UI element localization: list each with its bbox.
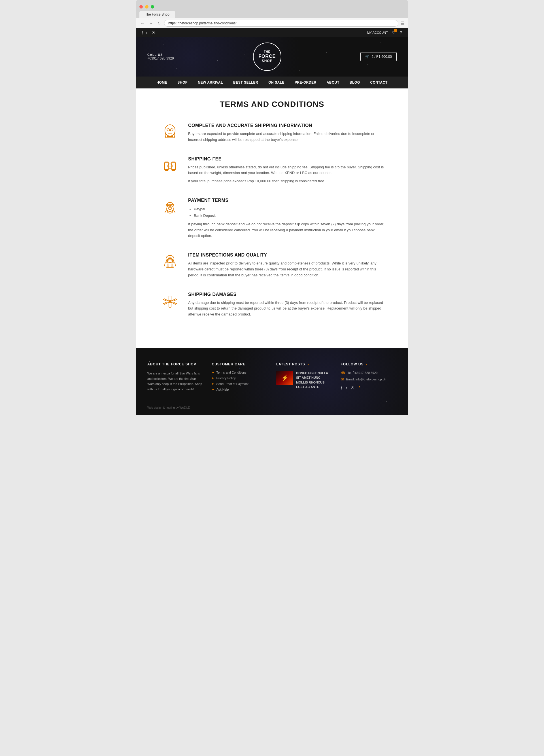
my-account-link[interactable]: MY ACCOUNT [367, 31, 388, 34]
forward-button[interactable]: → [148, 20, 154, 26]
svg-line-16 [174, 210, 175, 213]
footer-post-image: ⚡ [276, 371, 293, 385]
logo-shop: SHOP [262, 59, 272, 63]
site-header: CALL US +63917 620 3929 THE FORCE SHOP 🛒… [136, 37, 408, 77]
footer-link-ask-help-label: Ask Help [216, 388, 229, 391]
footer-about-text: We are a mecca for all Star Wars fans an… [147, 371, 204, 392]
facebook-icon[interactable]: 𝔣 [142, 30, 143, 35]
footer-link-ask-help[interactable]: ► Ask Help [212, 388, 268, 391]
email-icon: ✉ [341, 377, 344, 382]
footer-post-title[interactable]: DONEC EGET NULLA SIT AMET NUNC MOLLIS RH… [296, 371, 332, 389]
wishlist-badge: 0 [394, 29, 397, 32]
browser-maximize-dot[interactable] [151, 5, 154, 9]
logo-force: FORCE [259, 54, 276, 59]
payment-list: Paypal Bank Deposit [194, 206, 385, 219]
terms-section-damages: SHIPPING DAMAGES Any damage due to shipp… [159, 292, 385, 320]
browser-close-dot[interactable] [139, 5, 143, 9]
svg-line-15 [165, 210, 167, 213]
refresh-button[interactable]: ↻ [156, 21, 162, 26]
nav-on-sale[interactable]: ON SALE [263, 77, 289, 88]
shipping-info-content: COMPLETE AND ACCURATE SHIPPING INFORMATI… [188, 123, 385, 145]
back-button[interactable]: ← [139, 20, 146, 26]
site-logo[interactable]: THE FORCE SHOP [253, 43, 281, 71]
footer-link-send-proof[interactable]: ► Send Proof of Payment [212, 382, 268, 386]
shipping-fee-content: SHIPPING FEE Prices published, unless ot… [188, 156, 385, 187]
footer-bottom-text: Web design & hosting by WAZILE [147, 406, 397, 409]
svg-point-24 [167, 259, 168, 261]
inspections-title: ITEM INSPECTIONS AND QUALITY [188, 253, 385, 258]
nav-best-seller[interactable]: BEST SELLER [228, 77, 263, 88]
footer-dot-decoration: ● [307, 363, 309, 366]
main-content: TERMS AND CONDITIONS COMPLETE AN [136, 88, 408, 348]
footer-col-customer-care: CUSTOMER CARE ► Terms and Conditions ► P… [212, 362, 268, 393]
cart-count: 2 [372, 55, 374, 59]
footer-grid: ABOUT THE FORCE SHOP We are a mecca for … [147, 362, 397, 393]
url-bar[interactable]: https://theforceshop.ph/terms-and-condit… [164, 20, 398, 27]
tiefighter-icon [162, 158, 179, 175]
nav-about[interactable]: ABOUT [321, 77, 344, 88]
browser-menu-icon[interactable]: ☰ [401, 21, 405, 26]
inspections-text: All items are inspected prior to deliver… [188, 261, 385, 278]
instagram-icon[interactable]: ☉ [152, 30, 155, 35]
footer-link-privacy[interactable]: ► Privacy Policy [212, 376, 268, 380]
shipping-fee-icon [159, 156, 181, 175]
footer-social-row: 𝔣 𝕣 ☉ ● [341, 386, 397, 390]
nav-pre-order[interactable]: PRE-ORDER [289, 77, 321, 88]
main-nav: HOME SHOP NEW ARRIVAL BEST SELLER ON SAL… [136, 77, 408, 88]
page-title: TERMS AND CONDITIONS [159, 100, 385, 109]
nav-home[interactable]: HOME [151, 77, 172, 88]
terms-section-shipping-fee: SHIPPING FEE Prices published, unless ot… [159, 156, 385, 187]
inspections-icon [159, 253, 181, 271]
lightsaber-icon: ⚡ [281, 374, 288, 381]
browser-minimize-dot[interactable] [145, 5, 149, 9]
call-us: CALL US +63917 620 3929 [147, 53, 174, 60]
phone-icon: ☎ [341, 371, 345, 375]
inspections-content: ITEM INSPECTIONS AND QUALITY All items a… [188, 253, 385, 280]
nav-blog[interactable]: BLOG [344, 77, 365, 88]
cart-info: 2 / ₱1,600.00 [372, 55, 392, 59]
footer-phone-line: ☎ Tel. +63917 620 3929 [341, 371, 397, 375]
footer-link-terms[interactable]: ► Terms and Conditions [212, 371, 268, 374]
svg-rect-22 [167, 264, 169, 266]
wishlist-container: ♡ 0 [392, 30, 395, 35]
svg-rect-23 [171, 264, 173, 266]
svg-point-20 [170, 258, 171, 259]
footer-link-terms-label: Terms and Conditions [216, 371, 246, 374]
footer-about-title: ABOUT THE FORCE SHOP [147, 362, 204, 366]
top-right-bar: MY ACCOUNT ♡ 0 ⚲ [367, 30, 402, 35]
chevron-icon: ► [212, 376, 215, 380]
footer-customer-care-title: CUSTOMER CARE [212, 362, 268, 366]
stormtrooper-icon [162, 124, 179, 141]
svg-point-1 [167, 129, 170, 131]
chevron-icon: ► [212, 371, 215, 374]
twitter-icon[interactable]: 𝕣 [146, 30, 148, 35]
footer-bottom: Web design & hosting by WAZILE [147, 402, 397, 409]
browser-tab-area: The Force Shop [136, 11, 408, 18]
footer-instagram-icon[interactable]: ☉ [351, 386, 354, 390]
site-footer: ABOUT THE FORCE SHOP We are a mecca for … [136, 348, 408, 415]
nav-shop[interactable]: SHOP [172, 77, 193, 88]
footer-follow-title: FOLLOW US ● [341, 362, 397, 366]
r2d2-icon [162, 254, 179, 271]
footer-col-about: ABOUT THE FORCE SHOP We are a mecca for … [147, 362, 204, 393]
footer-twitter-icon[interactable]: 𝕣 [345, 386, 347, 390]
wishlist-icon[interactable]: ♡ 0 [392, 30, 395, 35]
shipping-fee-text2: If your total purchase price exceeds Php… [188, 178, 385, 184]
footer-dot-social: ● [359, 386, 360, 390]
terms-section-inspections: ITEM INSPECTIONS AND QUALITY All items a… [159, 253, 385, 280]
cart-total: ₱1,600.00 [376, 55, 392, 59]
search-icon[interactable]: ⚲ [399, 30, 402, 35]
logo-circle: THE FORCE SHOP [253, 43, 281, 71]
browser-tab[interactable]: The Force Shop [139, 11, 175, 18]
footer-facebook-icon[interactable]: 𝔣 [341, 386, 342, 390]
nav-new-arrival[interactable]: NEW ARRIVAL [193, 77, 228, 88]
footer-phone: Tel. +63917 620 3929 [348, 371, 378, 374]
footer-link-privacy-label: Privacy Policy [216, 376, 236, 380]
cart-button[interactable]: 🛒 2 / ₱1,600.00 [360, 52, 397, 61]
footer-post: ⚡ DONEC EGET NULLA SIT AMET NUNC MOLLIS … [276, 371, 332, 389]
payment-list-item-paypal: Paypal [194, 206, 385, 212]
payment-icon [159, 198, 181, 216]
footer-dot-decoration2: ● [366, 363, 368, 366]
nav-contact[interactable]: CONTACT [365, 77, 392, 88]
shipping-info-text: Buyers are expected to provide complete … [188, 131, 385, 143]
